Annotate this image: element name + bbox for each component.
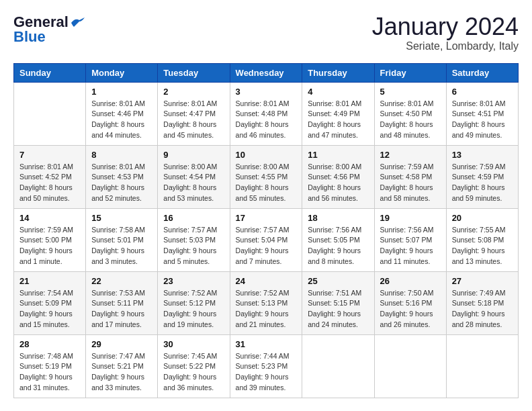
day-info: Sunrise: 7:51 AMSunset: 5:15 PMDaylight:… <box>308 288 368 330</box>
day-number: 17 <box>236 213 297 223</box>
day-number: 3 <box>236 87 297 97</box>
col-wednesday: Wednesday <box>230 63 302 82</box>
day-info: Sunrise: 7:55 AMSunset: 5:08 PMDaylight:… <box>452 225 513 267</box>
calendar-cell: 25Sunrise: 7:51 AMSunset: 5:15 PMDayligh… <box>302 271 374 334</box>
day-info: Sunrise: 8:01 AMSunset: 4:49 PMDaylight:… <box>308 99 368 141</box>
day-info: Sunrise: 8:01 AMSunset: 4:50 PMDaylight:… <box>380 99 441 141</box>
day-info: Sunrise: 8:01 AMSunset: 4:46 PMDaylight:… <box>91 99 152 141</box>
day-number: 7 <box>19 150 80 160</box>
day-number: 13 <box>452 150 513 160</box>
day-info: Sunrise: 7:45 AMSunset: 5:22 PMDaylight:… <box>163 351 224 394</box>
logo-bird-icon <box>70 17 85 28</box>
day-number: 9 <box>163 150 224 160</box>
calendar-cell: 18Sunrise: 7:56 AMSunset: 5:05 PMDayligh… <box>302 208 374 271</box>
calendar-cell: 28Sunrise: 7:48 AMSunset: 5:19 PMDayligh… <box>14 334 86 398</box>
day-number: 15 <box>91 213 152 223</box>
calendar-cell: 14Sunrise: 7:59 AMSunset: 5:00 PMDayligh… <box>14 208 86 271</box>
week-row-4: 21Sunrise: 7:54 AMSunset: 5:09 PMDayligh… <box>14 271 519 334</box>
day-info: Sunrise: 7:59 AMSunset: 4:59 PMDaylight:… <box>452 162 513 204</box>
calendar-cell <box>302 334 374 398</box>
day-number: 19 <box>380 213 441 223</box>
calendar-cell: 1Sunrise: 8:01 AMSunset: 4:46 PMDaylight… <box>86 82 158 145</box>
day-info: Sunrise: 7:44 AMSunset: 5:23 PMDaylight:… <box>236 351 297 394</box>
day-info: Sunrise: 7:59 AMSunset: 5:00 PMDaylight:… <box>19 225 80 267</box>
day-number: 1 <box>91 87 152 97</box>
week-row-5: 28Sunrise: 7:48 AMSunset: 5:19 PMDayligh… <box>14 334 519 398</box>
day-number: 5 <box>380 87 441 97</box>
day-number: 31 <box>236 339 297 349</box>
calendar-cell: 8Sunrise: 8:01 AMSunset: 4:53 PMDaylight… <box>86 145 158 208</box>
calendar-cell <box>14 82 86 145</box>
week-row-2: 7Sunrise: 8:01 AMSunset: 4:52 PMDaylight… <box>14 145 519 208</box>
calendar-cell: 2Sunrise: 8:01 AMSunset: 4:47 PMDaylight… <box>158 82 230 145</box>
calendar-cell <box>374 334 446 398</box>
day-info: Sunrise: 8:01 AMSunset: 4:53 PMDaylight:… <box>91 162 152 204</box>
calendar-cell: 19Sunrise: 7:56 AMSunset: 5:07 PMDayligh… <box>374 208 446 271</box>
calendar-cell: 16Sunrise: 7:57 AMSunset: 5:03 PMDayligh… <box>158 208 230 271</box>
day-info: Sunrise: 7:49 AMSunset: 5:18 PMDaylight:… <box>452 288 513 330</box>
col-sunday: Sunday <box>14 63 86 82</box>
day-info: Sunrise: 7:54 AMSunset: 5:09 PMDaylight:… <box>19 288 80 330</box>
calendar-cell: 15Sunrise: 7:58 AMSunset: 5:01 PMDayligh… <box>86 208 158 271</box>
location: Seriate, Lombardy, Italy <box>372 40 519 52</box>
day-info: Sunrise: 7:52 AMSunset: 5:12 PMDaylight:… <box>163 288 224 330</box>
calendar-cell: 22Sunrise: 7:53 AMSunset: 5:11 PMDayligh… <box>86 271 158 334</box>
calendar-cell: 6Sunrise: 8:01 AMSunset: 4:51 PMDaylight… <box>446 82 518 145</box>
col-thursday: Thursday <box>302 63 374 82</box>
calendar-cell: 4Sunrise: 8:01 AMSunset: 4:49 PMDaylight… <box>302 82 374 145</box>
day-info: Sunrise: 8:01 AMSunset: 4:52 PMDaylight:… <box>19 162 80 204</box>
day-info: Sunrise: 8:01 AMSunset: 4:48 PMDaylight:… <box>236 99 297 141</box>
day-number: 21 <box>19 276 80 286</box>
month-title: January 2024 <box>372 13 519 40</box>
day-info: Sunrise: 7:52 AMSunset: 5:13 PMDaylight:… <box>236 288 297 330</box>
calendar-cell: 3Sunrise: 8:01 AMSunset: 4:48 PMDaylight… <box>230 82 302 145</box>
day-info: Sunrise: 8:01 AMSunset: 4:47 PMDaylight:… <box>163 99 224 141</box>
day-number: 22 <box>91 276 152 286</box>
day-info: Sunrise: 7:59 AMSunset: 4:58 PMDaylight:… <box>380 162 441 204</box>
day-number: 30 <box>163 339 224 349</box>
calendar-cell: 29Sunrise: 7:47 AMSunset: 5:21 PMDayligh… <box>86 334 158 398</box>
col-friday: Friday <box>374 63 446 82</box>
calendar-cell <box>446 334 518 398</box>
day-info: Sunrise: 7:56 AMSunset: 5:07 PMDaylight:… <box>380 225 441 267</box>
day-number: 11 <box>308 150 368 160</box>
calendar-cell: 10Sunrise: 8:00 AMSunset: 4:55 PMDayligh… <box>230 145 302 208</box>
calendar-cell: 31Sunrise: 7:44 AMSunset: 5:23 PMDayligh… <box>230 334 302 398</box>
day-info: Sunrise: 8:01 AMSunset: 4:51 PMDaylight:… <box>452 99 513 141</box>
day-info: Sunrise: 7:47 AMSunset: 5:21 PMDaylight:… <box>91 351 152 394</box>
calendar-cell: 21Sunrise: 7:54 AMSunset: 5:09 PMDayligh… <box>14 271 86 334</box>
calendar-cell: 17Sunrise: 7:57 AMSunset: 5:04 PMDayligh… <box>230 208 302 271</box>
calendar-cell: 30Sunrise: 7:45 AMSunset: 5:22 PMDayligh… <box>158 334 230 398</box>
calendar-cell: 20Sunrise: 7:55 AMSunset: 5:08 PMDayligh… <box>446 208 518 271</box>
day-number: 6 <box>452 87 513 97</box>
day-info: Sunrise: 7:48 AMSunset: 5:19 PMDaylight:… <box>19 351 80 394</box>
calendar-cell: 7Sunrise: 8:01 AMSunset: 4:52 PMDaylight… <box>14 145 86 208</box>
calendar-header-row: Sunday Monday Tuesday Wednesday Thursday… <box>14 63 519 82</box>
day-info: Sunrise: 7:58 AMSunset: 5:01 PMDaylight:… <box>91 225 152 267</box>
day-info: Sunrise: 7:50 AMSunset: 5:16 PMDaylight:… <box>380 288 441 330</box>
calendar-cell: 13Sunrise: 7:59 AMSunset: 4:59 PMDayligh… <box>446 145 518 208</box>
day-info: Sunrise: 7:53 AMSunset: 5:11 PMDaylight:… <box>91 288 152 330</box>
day-info: Sunrise: 7:57 AMSunset: 5:04 PMDaylight:… <box>236 225 297 267</box>
day-number: 4 <box>308 87 368 97</box>
day-number: 23 <box>163 276 224 286</box>
calendar-cell: 27Sunrise: 7:49 AMSunset: 5:18 PMDayligh… <box>446 271 518 334</box>
week-row-1: 1Sunrise: 8:01 AMSunset: 4:46 PMDaylight… <box>14 82 519 145</box>
page-header: General Blue January 2024 Seriate, Lomba… <box>13 13 519 52</box>
day-number: 25 <box>308 276 368 286</box>
calendar-cell: 23Sunrise: 7:52 AMSunset: 5:12 PMDayligh… <box>158 271 230 334</box>
day-number: 20 <box>452 213 513 223</box>
logo: General Blue <box>13 13 85 46</box>
day-number: 16 <box>163 213 224 223</box>
calendar-cell: 24Sunrise: 7:52 AMSunset: 5:13 PMDayligh… <box>230 271 302 334</box>
day-number: 27 <box>452 276 513 286</box>
col-saturday: Saturday <box>446 63 518 82</box>
day-number: 26 <box>380 276 441 286</box>
day-info: Sunrise: 8:00 AMSunset: 4:55 PMDaylight:… <box>236 162 297 204</box>
week-row-3: 14Sunrise: 7:59 AMSunset: 5:00 PMDayligh… <box>14 208 519 271</box>
day-number: 28 <box>19 339 80 349</box>
day-number: 18 <box>308 213 368 223</box>
logo-blue-text: Blue <box>13 28 46 46</box>
calendar-cell: 26Sunrise: 7:50 AMSunset: 5:16 PMDayligh… <box>374 271 446 334</box>
day-number: 14 <box>19 213 80 223</box>
